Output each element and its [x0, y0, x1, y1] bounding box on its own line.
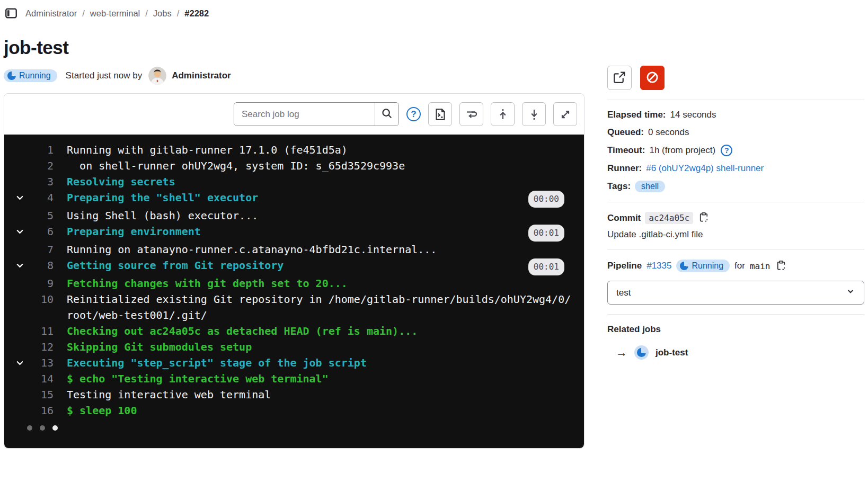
detail-value: 0 seconds: [648, 127, 689, 138]
scroll-bottom-icon: [528, 108, 541, 121]
help-icon[interactable]: ?: [721, 145, 732, 156]
log-line-text: Running on atanayno-runner.c.atanayno-4b…: [67, 242, 584, 257]
log-line-number[interactable]: 12: [25, 339, 54, 355]
runner-link[interactable]: #6 (ohUY2wg4p) shell-runner: [646, 163, 764, 174]
log-line-text: Skipping Git submodules setup: [67, 339, 584, 355]
log-line-text: Checking out ac24a05c as detached HEAD (…: [67, 323, 584, 339]
breadcrumb-current: #2282: [184, 8, 209, 19]
log-line: 9Fetching changes with git depth set to …: [4, 275, 584, 291]
breadcrumb-link[interactable]: Administrator: [25, 8, 77, 19]
log-line: 12Skipping Git submodules setup: [4, 339, 584, 355]
pipeline-link[interactable]: #1335: [646, 261, 671, 271]
log-line-text: $ echo "Testing interactive web terminal…: [67, 371, 584, 387]
arrow-spacer: [4, 208, 25, 224]
related-job-name: job-test: [656, 347, 688, 358]
section-duration-badge: 00:01: [528, 258, 564, 275]
page-title: job-test: [4, 37, 584, 58]
log-line-text: on shell-runner ohUY2wg4, system ID: s_6…: [67, 158, 584, 174]
tag-badge[interactable]: shell: [635, 181, 665, 192]
log-line-number[interactable]: 3: [25, 174, 54, 190]
log-line-number[interactable]: 14: [25, 371, 54, 387]
fullscreen-icon: [559, 108, 572, 121]
log-line-number[interactable]: 11: [25, 323, 54, 339]
log-line-number[interactable]: 4: [25, 190, 54, 206]
job-log-card: ?: [4, 93, 584, 449]
copy-icon: [698, 212, 709, 224]
fullscreen-button[interactable]: [553, 102, 577, 126]
log-line-text: Executing "step_script" stage of the job…: [67, 355, 584, 371]
current-job-arrow-icon: →: [616, 346, 627, 360]
collapse-section-icon[interactable]: [4, 190, 25, 206]
search-button[interactable]: [375, 103, 398, 126]
log-line-text: Preparing environment: [67, 224, 528, 239]
log-line-number[interactable]: 13: [25, 355, 54, 371]
scroll-top-icon: [497, 108, 509, 121]
stage-dropdown[interactable]: test: [607, 281, 864, 305]
log-line-number[interactable]: 5: [25, 208, 54, 224]
search-input[interactable]: [234, 103, 375, 126]
log-line: 7Running on atanayno-runner.c.atanayno-4…: [4, 242, 584, 257]
copy-commit-button[interactable]: [697, 212, 710, 224]
log-line: 1Running with gitlab-runner 17.1.0 (fe45…: [4, 142, 584, 158]
log-line: 6Preparing environment00:01: [4, 224, 584, 242]
pipeline-status-label: Running: [692, 261, 723, 271]
cancel-icon: [645, 70, 659, 86]
open-new-tab-button[interactable]: [607, 66, 632, 90]
log-line-number[interactable]: 8: [25, 257, 54, 273]
log-line-number[interactable]: 6: [25, 224, 54, 239]
related-job-item[interactable]: →job-test: [607, 345, 864, 360]
tags-label: Tags:: [607, 181, 631, 192]
started-text: Started just now by: [66, 70, 143, 81]
running-icon: [634, 345, 649, 360]
cancel-job-button[interactable]: [640, 66, 665, 90]
log-line-number[interactable]: 16: [25, 403, 54, 418]
log-line: 16$ sleep 100: [4, 403, 584, 418]
loading-dot: [27, 425, 32, 431]
log-line: 10Reinitialized existing Git repository …: [4, 291, 584, 323]
search-help-icon[interactable]: ?: [406, 107, 421, 121]
avatar[interactable]: [148, 67, 166, 85]
tags-row: Tags: shell: [607, 181, 864, 192]
arrow-spacer: [4, 371, 25, 387]
log-line: 15Testing interactive web terminal: [4, 387, 584, 403]
breadcrumb: Administrator/web-terminal/Jobs/#2282: [0, 0, 868, 25]
arrow-spacer: [4, 158, 25, 174]
pipeline-status-badge[interactable]: Running: [676, 260, 730, 272]
log-line-text: Fetching changes with git depth set to 2…: [67, 275, 584, 291]
chevron-down-icon: [846, 287, 855, 299]
log-line-text: Preparing the "shell" executor: [67, 190, 528, 206]
copy-ref-button[interactable]: [775, 260, 787, 272]
detail-row: Queued:0 seconds: [607, 127, 864, 138]
author-name[interactable]: Administrator: [172, 70, 231, 81]
log-line-number[interactable]: 9: [25, 275, 54, 291]
collapse-section-icon[interactable]: [4, 224, 25, 239]
pipeline-ref[interactable]: main: [750, 261, 770, 271]
collapse-section-icon[interactable]: [4, 257, 25, 273]
detail-label: Timeout:: [607, 145, 645, 156]
scroll-top-button[interactable]: [491, 102, 515, 126]
breadcrumb-link[interactable]: web-terminal: [90, 8, 140, 19]
breadcrumb-link[interactable]: Jobs: [153, 8, 172, 19]
raw-log-button[interactable]: [428, 102, 452, 126]
external-link-icon: [613, 71, 626, 85]
wrap-lines-button[interactable]: [459, 102, 483, 126]
breadcrumb-separator: /: [177, 8, 180, 19]
commit-sha[interactable]: ac24a05c: [645, 212, 693, 224]
log-line-number[interactable]: 1: [25, 142, 54, 158]
detail-value: 1h (from project): [649, 145, 715, 156]
collapse-section-icon[interactable]: [4, 355, 25, 371]
arrow-spacer: [4, 323, 25, 339]
log-line: 11Checking out ac24a05c as detached HEAD…: [4, 323, 584, 339]
log-line-number[interactable]: 10: [25, 291, 54, 307]
job-detail-page: Administrator/web-terminal/Jobs/#2282 jo…: [0, 0, 868, 449]
loading-dot: [40, 425, 45, 431]
status-badge[interactable]: Running: [4, 69, 57, 82]
job-log-search: [234, 102, 399, 126]
sidebar-toggle-icon[interactable]: [4, 6, 18, 20]
log-line-number[interactable]: 2: [25, 158, 54, 174]
scroll-bottom-button[interactable]: [522, 102, 546, 126]
log-line-number[interactable]: 15: [25, 387, 54, 403]
runner-row: Runner: #6 (ohUY2wg4p) shell-runner: [607, 163, 864, 174]
log-line-number[interactable]: 7: [25, 242, 54, 257]
pipeline-row: Pipeline #1335 Running for main: [607, 260, 864, 272]
